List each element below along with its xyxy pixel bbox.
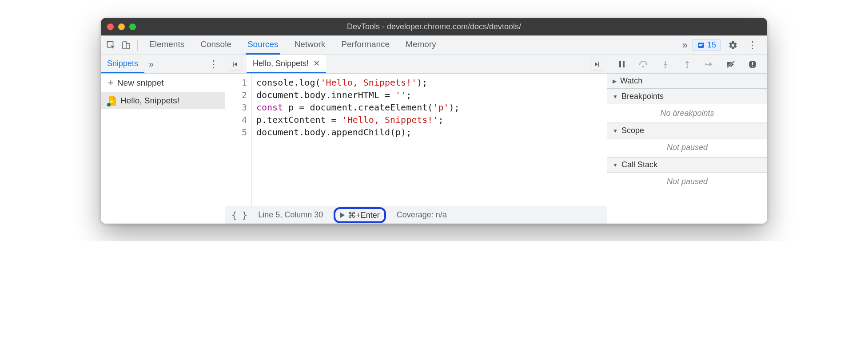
snippets-tab[interactable]: Snippets <box>101 55 144 73</box>
debug-section-breakpoints[interactable]: ▼Breakpoints <box>607 89 767 104</box>
svg-point-14 <box>686 66 688 68</box>
debugger-toolbar <box>607 55 767 74</box>
editor-file-tab[interactable]: Hello, Snippets! ✕ <box>247 55 326 73</box>
snippet-file-icon <box>108 96 116 106</box>
close-tab-icon[interactable]: ✕ <box>313 59 320 68</box>
svg-point-12 <box>665 66 666 68</box>
chevron-down-icon: ▼ <box>613 128 618 134</box>
chevron-down-icon: ▼ <box>613 162 618 168</box>
titlebar: DevTools - developer.chrome.com/docs/dev… <box>101 18 767 35</box>
chevron-down-icon: ▼ <box>613 94 618 100</box>
navigator-pane: Snippets » ⋮ + New snippet Hello, Snippe… <box>101 55 225 224</box>
svg-rect-5 <box>699 45 701 46</box>
debug-section-watch[interactable]: ▶Watch <box>607 74 767 89</box>
debug-section-body: No breakpoints <box>607 104 767 123</box>
debugger-pane: ▶Watch▼BreakpointsNo breakpoints▼ScopeNo… <box>607 55 767 224</box>
snippet-item-label: Hello, Snippets! <box>120 96 179 106</box>
debug-section-label: Scope <box>621 126 644 135</box>
window-title: DevTools - developer.chrome.com/docs/dev… <box>101 22 767 31</box>
panel-tab-memory[interactable]: Memory <box>404 35 438 55</box>
panel-tab-network[interactable]: Network <box>293 35 327 55</box>
debug-section-body: Not paused <box>607 138 767 157</box>
issues-count: 15 <box>707 40 716 50</box>
panel-tab-sources[interactable]: Sources <box>246 35 280 55</box>
pretty-print-icon[interactable]: { } <box>231 210 247 220</box>
step-over-icon[interactable] <box>637 58 650 71</box>
svg-rect-4 <box>699 44 703 45</box>
svg-point-16 <box>705 63 707 65</box>
issues-counter[interactable]: 15 <box>693 39 721 51</box>
svg-point-10 <box>642 65 644 67</box>
step-icon[interactable] <box>703 58 715 71</box>
more-tabs-icon[interactable]: » <box>677 38 693 53</box>
device-toolbar-icon[interactable] <box>119 38 134 53</box>
editor-file-tab-label: Hello, Snippets! <box>253 59 309 68</box>
editor-history-forward-icon[interactable] <box>590 58 603 71</box>
toolbar-right: 15 ⋮ <box>693 38 764 53</box>
debug-section-label: Breakpoints <box>621 92 664 101</box>
coverage-status: Coverage: n/a <box>397 210 447 220</box>
plus-icon: + <box>108 77 114 89</box>
svg-rect-2 <box>126 43 130 49</box>
pause-icon[interactable] <box>616 58 628 71</box>
new-snippet-button[interactable]: + New snippet <box>101 74 225 92</box>
editor-pane: Hello, Snippets! ✕ 12345 console.log('He… <box>225 55 607 224</box>
inspect-element-icon[interactable] <box>104 38 119 53</box>
line-gutter: 12345 <box>225 74 252 206</box>
issues-icon <box>697 42 705 49</box>
svg-rect-8 <box>619 61 621 67</box>
new-snippet-label: New snippet <box>117 78 164 88</box>
deactivate-breakpoints-icon[interactable] <box>725 58 737 71</box>
svg-rect-7 <box>598 62 599 67</box>
run-snippet-button[interactable]: ⌘+Enter <box>334 207 386 223</box>
panel-body: Snippets » ⋮ + New snippet Hello, Snippe… <box>101 55 767 224</box>
step-into-icon[interactable] <box>659 58 672 71</box>
panel-tab-performance[interactable]: Performance <box>339 35 391 55</box>
debug-section-scope[interactable]: ▼Scope <box>607 123 767 138</box>
navigator-tabs: Snippets » ⋮ <box>101 55 225 74</box>
editor-statusbar: { } Line 5, Column 30 ⌘+Enter Coverage: … <box>225 206 607 224</box>
navigator-more-tabs-icon[interactable]: » <box>144 59 158 69</box>
close-window-button[interactable] <box>107 24 114 30</box>
panel-tabs: ElementsConsoleSourcesNetworkPerformance… <box>141 35 677 55</box>
play-icon <box>340 212 345 218</box>
run-shortcut-label: ⌘+Enter <box>348 210 380 220</box>
code-content[interactable]: console.log('Hello, Snippets!');document… <box>252 74 464 206</box>
pause-on-exceptions-icon[interactable] <box>746 58 759 71</box>
window-controls <box>107 24 136 30</box>
panel-tab-console[interactable]: Console <box>199 35 233 55</box>
minimize-window-button[interactable] <box>118 24 125 30</box>
cursor-position: Line 5, Column 30 <box>258 210 323 220</box>
debug-section-label: Call Stack <box>621 160 657 169</box>
svg-rect-9 <box>623 61 625 67</box>
step-out-icon[interactable] <box>681 58 693 71</box>
settings-icon[interactable] <box>725 38 741 53</box>
debug-section-call-stack[interactable]: ▼Call Stack <box>607 157 767 173</box>
main-toolbar: ElementsConsoleSourcesNetworkPerformance… <box>101 35 767 55</box>
navigator-menu-icon[interactable]: ⋮ <box>203 59 225 70</box>
svg-rect-20 <box>752 66 753 67</box>
svg-rect-19 <box>752 62 753 65</box>
devtools-window: DevTools - developer.chrome.com/docs/dev… <box>101 18 767 224</box>
editor-tabbar: Hello, Snippets! ✕ <box>225 55 607 74</box>
svg-rect-6 <box>233 62 234 67</box>
zoom-window-button[interactable] <box>129 24 136 30</box>
debug-section-label: Watch <box>620 76 642 86</box>
panel-tab-elements[interactable]: Elements <box>147 35 186 55</box>
code-editor[interactable]: 12345 console.log('Hello, Snippets!');do… <box>225 74 607 206</box>
chevron-right-icon: ▶ <box>613 78 617 84</box>
debug-section-body: Not paused <box>607 173 767 191</box>
editor-history-back-icon[interactable] <box>229 58 242 71</box>
snippet-list-item[interactable]: Hello, Snippets! <box>101 92 225 109</box>
separator <box>137 40 138 51</box>
kebab-menu-icon[interactable]: ⋮ <box>745 38 760 53</box>
